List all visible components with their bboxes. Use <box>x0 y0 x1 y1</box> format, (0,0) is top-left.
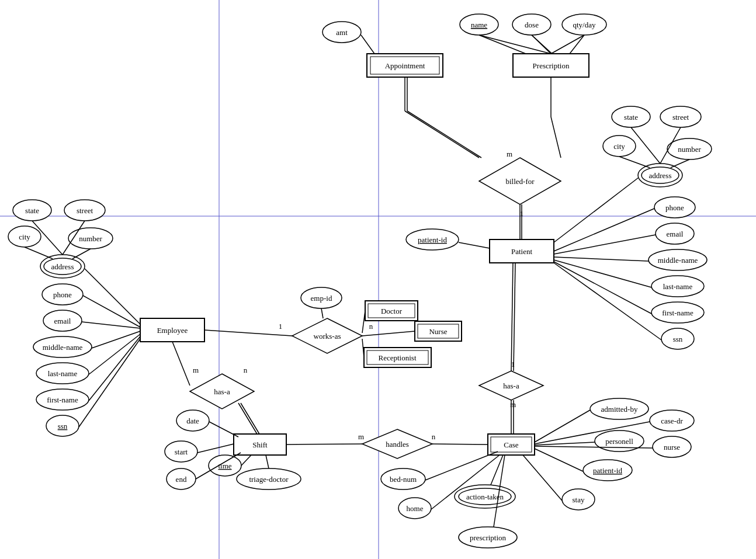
receptionist-label: Receptionist <box>379 353 417 362</box>
svg-line-36 <box>671 159 689 168</box>
appointment-label: Appointment <box>385 61 425 70</box>
svg-line-93 <box>241 403 259 434</box>
svg-line-51 <box>459 242 490 248</box>
patient-label: Patient <box>511 247 532 256</box>
svg-line-63 <box>85 269 140 324</box>
patient-number-attr: number <box>678 145 701 154</box>
svg-line-61 <box>25 247 53 259</box>
emp-phone-attr: phone <box>53 290 72 299</box>
has-a-emp-n: n <box>244 366 248 374</box>
svg-line-97 <box>241 455 251 466</box>
svg-line-35 <box>619 157 650 168</box>
svg-line-14 <box>479 35 551 54</box>
svg-line-23 <box>551 117 561 158</box>
svg-line-6 <box>361 35 374 54</box>
svg-line-16 <box>551 35 584 54</box>
handles-label: handles <box>386 440 409 449</box>
patient-middle-name-attr: middle-name <box>658 256 698 265</box>
er-diagram-svg: Appointment amt name dose qty/day Prescr… <box>0 0 756 559</box>
shift-date-attr: date <box>186 416 199 425</box>
emp-ssn-attr: ssn <box>58 422 68 430</box>
svg-line-105 <box>286 444 362 445</box>
svg-line-90 <box>172 342 190 386</box>
case-admitted-by-attr: admitted-by <box>601 405 638 414</box>
case-nurse-attr: nurse <box>664 443 680 452</box>
svg-line-111 <box>514 263 515 371</box>
pres-name-attr: name <box>471 20 487 29</box>
case-home-attr: home <box>407 504 424 513</box>
svg-line-86 <box>362 311 365 333</box>
nurse-label: Nurse <box>429 327 447 336</box>
svg-line-47 <box>554 262 651 314</box>
emp-address-attr: address <box>51 262 74 271</box>
case-patient-id-attr: patient-id <box>593 466 622 475</box>
employee-label: Employee <box>157 326 188 335</box>
svg-line-87 <box>362 331 415 336</box>
has-a-patient-label: has-a <box>503 381 519 390</box>
svg-line-65 <box>83 296 140 327</box>
patient-state-attr: state <box>624 113 638 121</box>
emp-state-attr: state <box>25 206 39 215</box>
prescription-label: Prescription <box>533 61 570 70</box>
svg-line-67 <box>82 322 140 328</box>
svg-line-123 <box>535 449 583 471</box>
er-diagram-canvas: Appointment amt name dose qty/day Prescr… <box>0 0 756 559</box>
patient-first-name-attr: first-name <box>662 308 693 317</box>
patient-ssn-attr: ssn <box>673 335 683 343</box>
shift-start-attr: start <box>175 447 188 456</box>
emp-email-attr: email <box>54 317 71 325</box>
shift-label: Shift <box>252 440 268 449</box>
svg-line-125 <box>425 452 498 480</box>
svg-line-110 <box>511 263 513 371</box>
emp-street-attr: street <box>77 206 93 215</box>
patient-city-attr: city <box>613 142 625 151</box>
svg-line-92 <box>238 403 257 434</box>
patient-email-attr: email <box>667 230 684 238</box>
works-as-1: 1 <box>279 322 283 331</box>
emp-first-name-attr: first-name <box>47 395 78 404</box>
svg-line-43 <box>554 257 649 261</box>
patient-id-attr: patient-id <box>418 235 447 244</box>
svg-line-62 <box>72 249 91 259</box>
svg-line-8 <box>479 35 526 54</box>
svg-line-99 <box>197 444 234 453</box>
emp-id-attr: emp-id <box>311 294 332 303</box>
emp-city-attr: city <box>19 232 30 241</box>
svg-line-115 <box>535 410 590 442</box>
patient-last-name-attr: last-name <box>663 282 693 291</box>
works-as-label: works-as <box>314 332 341 341</box>
svg-line-108 <box>432 444 488 445</box>
patient-phone-attr: phone <box>665 203 684 212</box>
case-bed-num-attr: bed-num <box>390 475 417 484</box>
case-stay-attr: stay <box>573 495 585 504</box>
svg-line-37 <box>554 178 639 242</box>
case-case-dr-attr: case-dr <box>661 416 683 425</box>
shift-time-attr: time <box>218 461 231 470</box>
svg-line-78 <box>321 308 323 318</box>
emp-number-attr: number <box>79 234 102 243</box>
has-a-emp-m: m <box>193 366 199 374</box>
billed-for-label: billed-for <box>505 177 535 186</box>
doctor-label: Doctor <box>381 307 403 315</box>
patient-address-attr: address <box>649 171 672 180</box>
qty-day-attr: qty/day <box>573 20 596 29</box>
patient-street-attr: street <box>672 113 689 121</box>
works-as-n: n <box>369 322 373 331</box>
shift-triage-doctor-attr: triage-doctor <box>249 475 289 484</box>
case-label: Case <box>504 440 519 449</box>
has-a-emp-label: has-a <box>214 387 230 396</box>
svg-line-95 <box>209 422 238 437</box>
emp-last-name-attr: last-name <box>48 369 78 378</box>
svg-line-21 <box>407 111 481 158</box>
svg-line-79 <box>204 330 292 336</box>
emp-middle-name-attr: middle-name <box>43 343 83 352</box>
shift-end-attr: end <box>176 475 187 484</box>
svg-line-19 <box>405 111 479 158</box>
svg-line-12 <box>570 35 584 54</box>
svg-line-132 <box>523 455 562 501</box>
case-personell-attr: personell <box>605 437 633 446</box>
case-prescription-attr: prescription <box>470 533 507 542</box>
handles-m: m <box>358 432 364 441</box>
svg-line-103 <box>266 455 269 468</box>
amt-attr: amt <box>336 28 348 37</box>
